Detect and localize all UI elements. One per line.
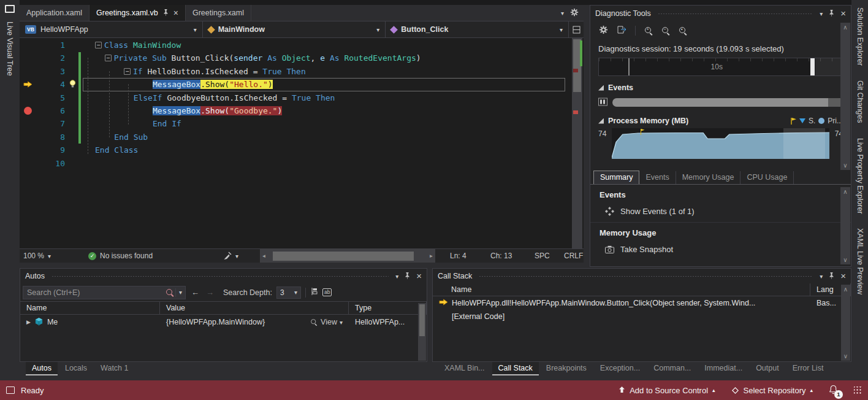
diag-tab-cpu-usage[interactable]: CPU Usage [740,171,794,184]
diagnostics-upper-scrollbar[interactable]: ∧ ∨ [840,23,850,170]
tab-breakpoints[interactable]: Breakpoints [540,362,593,375]
window-menu-chevron-icon[interactable]: ▾ [395,273,398,280]
add-to-source-control-button[interactable]: Add to Source Control ▴ [619,386,715,395]
search-depth-select[interactable]: 3 ▾ [276,287,301,299]
code-cleanup-button[interactable]: ▾ [223,249,238,263]
code-text[interactable]: ElseIf GoodbyeButton.IsChecked = True Th… [95,91,335,104]
code-text[interactable]: End Sub [95,131,148,144]
panel-header[interactable]: Call Stack ▾ × [433,269,851,283]
search-next-icon[interactable]: → [205,288,215,297]
scroll-down-icon[interactable]: ∨ [843,353,848,360]
window-menu-chevron-icon[interactable]: ▾ [820,10,823,17]
resize-grip[interactable] [854,387,862,394]
code-line[interactable]: 10 [20,157,584,170]
text-visualizer-icon[interactable]: ab [322,288,332,296]
gutter-indicator[interactable] [20,157,36,170]
events-section-header[interactable]: Events [590,80,851,95]
column-header-value[interactable]: Value [160,302,349,314]
code-line[interactable]: 4 MessageBox.Show("Hello.") [20,78,584,91]
scrollbar-thumb[interactable] [273,252,414,261]
code-text[interactable]: −Class MainWindow [95,39,181,52]
tab-xaml-bin-[interactable]: XAML Bin... [438,362,491,375]
gutter-indicator[interactable] [20,78,36,91]
tab-exception-[interactable]: Exception... [594,362,646,375]
fold-toggle-icon[interactable]: − [124,68,131,75]
tab-locals[interactable]: Locals [59,362,93,375]
timeline-ruler[interactable]: 10s [598,58,843,76]
gutter-indicator[interactable] [20,39,36,52]
fold-toggle-icon[interactable]: − [95,42,102,48]
gutter-indicator[interactable] [20,144,36,156]
side-tab-live-visual-tree[interactable]: Live Visual Tree [2,19,17,79]
code-text[interactable]: End If [95,117,181,130]
callstack-scrollbar[interactable]: ∧ ∨ [841,285,850,361]
side-tab-live-property-explorer[interactable]: Live Property Explorer [853,136,867,217]
scrollbar-thumb[interactable] [419,304,425,336]
collapse-triangle-icon[interactable] [598,118,604,124]
table-row[interactable]: ▶Me{HelloWPFApp.MainWindow}View▾HelloWPF… [20,315,427,329]
panel-header[interactable]: Diagnostic Tools ▾ × [590,6,851,21]
scroll-up-icon[interactable]: ∧ [843,188,847,195]
code-line[interactable]: 1−Class MainWindow [20,39,584,52]
close-icon[interactable]: × [840,272,846,280]
editor-tab-application-xaml[interactable]: Application.xaml [20,5,89,21]
search-input[interactable] [23,288,166,297]
column-header-name[interactable]: Name [433,283,810,296]
scroll-down-icon[interactable]: ∨ [843,162,847,169]
code-line[interactable]: 6 MessageBox.Show("Goodbye.") [20,104,584,117]
gutter-indicator[interactable] [20,117,36,130]
gutter-indicator[interactable] [20,131,36,144]
code-line[interactable]: 9End Class [20,144,584,156]
gutter-indicator[interactable] [20,52,36,64]
code-text[interactable]: MessageBox.Show("Goodbye.") [95,104,282,117]
code-text[interactable]: MessageBox.Show("Hello.") [95,78,273,91]
column-header-type[interactable]: Type [349,302,427,314]
pin-icon[interactable] [828,272,835,281]
export-report-icon[interactable] [617,25,626,36]
gutter-indicator[interactable] [20,104,36,117]
expand-arrow-icon[interactable]: ▶ [26,319,31,325]
stack-frame-row[interactable]: [External Code] [433,310,851,323]
view-dropdown[interactable]: View▾ [310,318,349,326]
scroll-down-icon[interactable]: ∨ [843,256,847,263]
member-dropdown[interactable]: Button_Click ▾ [386,21,569,37]
autos-scrollbar[interactable] [418,303,426,361]
timeline-selection-handle[interactable] [810,58,815,75]
zoom-in-icon[interactable]: + [644,26,653,35]
code-text[interactable]: −Private Sub Button_Click(sender As Obje… [95,52,421,64]
diag-tab-events[interactable]: Events [639,171,676,184]
events-track-bar[interactable] [612,98,843,107]
search-icon[interactable] [166,288,174,297]
code-editor[interactable]: 1−Class MainWindow2 −Private Sub Button_… [20,38,584,248]
pin-icon[interactable] [828,9,835,18]
project-dropdown[interactable]: VB HelloWPFApp ▾ [20,21,203,37]
pin-icon[interactable] [162,9,169,18]
stack-frame-row[interactable]: HelloWPFApp.dll!HelloWPFApp.MainWindow.B… [433,296,851,310]
diag-tab-summary[interactable]: Summary [593,171,639,184]
tab-comman-[interactable]: Comman... [647,362,697,375]
code-text[interactable]: End Class [95,144,138,156]
editor-horizontal-scrollbar[interactable]: ◄ ► [260,249,435,263]
window-menu-chevron-icon[interactable]: ▾ [820,273,823,280]
breakpoint-icon[interactable] [24,107,32,115]
scroll-up-icon[interactable]: ∧ [843,286,848,293]
zoom-select[interactable]: 100 % ▾ [23,249,51,263]
pin-icon[interactable] [404,272,411,281]
split-editor-icon[interactable] [569,21,584,37]
scroll-up-icon[interactable]: ∧ [843,24,847,31]
code-line[interactable]: 2 −Private Sub Button_Click(sender As Ob… [20,52,584,64]
lightbulb-icon[interactable] [69,79,77,92]
editor-tab-greetings-xaml[interactable]: Greetings.xaml [186,5,251,21]
search-prev-icon[interactable]: ← [190,288,200,297]
tab-autos[interactable]: Autos [26,362,58,375]
zoom-out-icon[interactable]: − [661,26,670,35]
code-line[interactable]: 3 −If HelloButton.IsChecked = True Then [20,65,584,78]
code-line[interactable]: 8 End Sub [20,131,584,144]
side-tab-solution-explorer[interactable]: Solution Explorer [853,5,867,68]
tab-immediat-[interactable]: Immediat... [698,362,748,375]
diagnostics-lower-scrollbar[interactable]: ∧ ∨ [840,187,850,264]
side-tab-git-changes[interactable]: Git Changes [853,78,867,125]
health-indicator[interactable]: ✓ No issues found [88,249,153,263]
flags-columns-icon[interactable] [310,287,318,298]
column-header-name[interactable]: Name [20,302,160,314]
